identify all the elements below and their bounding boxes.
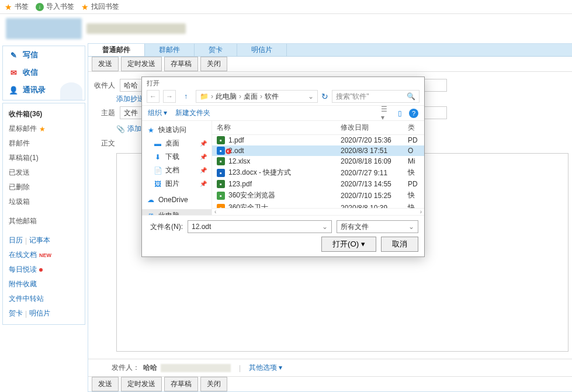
- tree-pictures[interactable]: 🖼图片📌: [142, 177, 212, 190]
- file-type-icon: ▪: [217, 192, 225, 200]
- star-folder[interactable]: 星标邮件★: [9, 122, 79, 136]
- body-label: 正文: [92, 138, 115, 148]
- file-row[interactable]: ▪2.odt2020/8/3 17:51O: [212, 145, 424, 156]
- red-dot-icon: [39, 268, 43, 272]
- tab-postcard[interactable]: 明信片: [237, 44, 287, 56]
- calendar-notepad[interactable]: 日历 | 记事本: [9, 233, 79, 248]
- chevron-down-icon: ⌄: [408, 223, 414, 231]
- receive-mail[interactable]: ✉收信: [3, 64, 85, 81]
- tab-group[interactable]: 群邮件: [145, 44, 195, 56]
- bookmark-item[interactable]: ★书签: [5, 2, 29, 12]
- tree-desktop[interactable]: ▬桌面📌: [142, 137, 212, 150]
- deleted-folder[interactable]: 已删除: [9, 180, 79, 195]
- close-button-bottom[interactable]: 关闭: [200, 377, 227, 391]
- tab-card[interactable]: 贺卡: [195, 44, 237, 56]
- nav-up[interactable]: ↑: [179, 90, 192, 103]
- help-icon[interactable]: ?: [409, 109, 418, 118]
- col-type[interactable]: 类: [408, 123, 420, 133]
- pin-icon: 📌: [200, 167, 207, 174]
- draft-button[interactable]: 存草稿: [164, 57, 198, 71]
- file-type-icon: ▪: [217, 147, 225, 155]
- tree-quick-access[interactable]: ★快速访问: [142, 123, 212, 137]
- col-date[interactable]: 修改日期: [341, 123, 408, 133]
- cancel-button[interactable]: 取消: [381, 237, 418, 252]
- tree-downloads[interactable]: ⬇下载📌: [142, 150, 212, 164]
- file-row[interactable]: ▪12.xlsx2020/8/18 16:09Mi: [212, 156, 424, 166]
- col-name[interactable]: 名称: [217, 123, 341, 133]
- sidebar: ✎写信 ✉收信 👤通讯录 收件箱(36) 星标邮件★ 群邮件 草稿箱(1) 已发…: [0, 43, 88, 392]
- logo-blurred: [6, 18, 82, 39]
- other-mailbox-header[interactable]: 其他邮箱: [9, 214, 79, 228]
- close-button[interactable]: 关闭: [200, 57, 227, 71]
- cursor-icon: [225, 148, 232, 155]
- compose-toolbar-bottom: 发送 定时发送 存草稿 关闭: [88, 376, 572, 391]
- search-input[interactable]: 搜索"软件"🔍: [332, 90, 420, 103]
- other-options-link[interactable]: 其他选项 ▾: [249, 363, 282, 373]
- download-icon: ⬇: [154, 153, 162, 161]
- file-row[interactable]: ▪1.pdf2020/7/20 15:36PD: [212, 135, 424, 145]
- file-type-icon: ▪: [217, 157, 225, 165]
- bookmark-recover[interactable]: ★找回书签: [81, 2, 119, 12]
- compose-toolbar: 发送 定时发送 存草稿 关闭: [88, 57, 572, 72]
- chevron-down-icon[interactable]: ⌄: [308, 92, 314, 100]
- file-row[interactable]: ▪123.pdf2020/7/13 14:55PD: [212, 179, 424, 189]
- sent-folder[interactable]: 已发送: [9, 165, 79, 180]
- new-folder[interactable]: 新建文件夹: [175, 108, 210, 118]
- draft-folder[interactable]: 草稿箱(1): [9, 151, 79, 165]
- inbox-header[interactable]: 收件箱(36): [9, 107, 79, 122]
- draft-button-bottom[interactable]: 存草稿: [164, 377, 198, 391]
- contacts-icon: 👤: [9, 85, 18, 95]
- daily-read[interactable]: 每日悦读: [9, 262, 79, 277]
- open-button[interactable]: 打开(O) ▾: [321, 237, 376, 252]
- file-row[interactable]: ▪360安全卫士2020/8/8 10:39快: [212, 202, 424, 208]
- write-mail[interactable]: ✎写信: [3, 46, 85, 64]
- sender-addr-blur: [161, 364, 231, 372]
- tree-thispc[interactable]: 🖥此电脑: [142, 209, 212, 215]
- chevron-down-icon[interactable]: ⌄: [322, 223, 328, 231]
- schedule-button-bottom[interactable]: 定时发送: [121, 377, 162, 391]
- pin-icon: 📌: [200, 154, 207, 160]
- file-type-icon: ▪: [217, 204, 225, 209]
- nav-back[interactable]: ←: [147, 90, 160, 103]
- title-blurred: [86, 23, 186, 34]
- file-list-header: 名称 修改日期 类: [212, 121, 424, 135]
- file-filter[interactable]: 所有文件⌄: [337, 220, 418, 233]
- group-folder[interactable]: 群邮件: [9, 136, 79, 151]
- file-relay[interactable]: 文件中转站: [9, 292, 79, 306]
- cloud-icon: ☁: [147, 196, 155, 204]
- pin-icon: 📌: [200, 140, 207, 147]
- tree-documents[interactable]: 📄文档📌: [142, 164, 212, 177]
- bookmark-bar: ★书签 ↓导入书签 ★找回书签: [0, 0, 572, 14]
- filename-input[interactable]: 12.odt⌄: [188, 220, 332, 233]
- send-button[interactable]: 发送: [92, 57, 119, 71]
- nav-forward[interactable]: →: [163, 90, 176, 103]
- send-button-bottom[interactable]: 发送: [92, 377, 119, 391]
- file-row[interactable]: ▪360安全浏览器2020/7/10 15:25快: [212, 189, 424, 202]
- breadcrumb[interactable]: 📁 › 此电脑 › 桌面 › 软件 ⌄: [196, 90, 318, 103]
- view-icon[interactable]: ☰ ▾: [381, 109, 390, 118]
- star-icon: ★: [5, 2, 12, 12]
- cards[interactable]: 贺卡 | 明信片: [9, 306, 79, 321]
- sender-name: 哈哈: [143, 363, 157, 373]
- clip-icon: 📎: [116, 125, 125, 133]
- schedule-button[interactable]: 定时发送: [121, 57, 162, 71]
- online-doc[interactable]: 在线文档NEW: [9, 248, 79, 262]
- compose-tabs: 普通邮件 群邮件 贺卡 明信片: [88, 44, 572, 57]
- h-scrollbar[interactable]: ‹›: [212, 208, 424, 215]
- file-type-icon: ▪: [217, 180, 225, 188]
- tab-normal[interactable]: 普通邮件: [88, 44, 145, 56]
- tree-onedrive[interactable]: ☁OneDrive: [142, 194, 212, 206]
- star-icon: ★: [147, 126, 155, 134]
- organize-menu[interactable]: 组织 ▾: [148, 108, 167, 118]
- bookmark-import[interactable]: ↓导入书签: [36, 2, 74, 12]
- spam-folder[interactable]: 垃圾箱: [9, 195, 79, 209]
- preview-icon[interactable]: ▯: [395, 109, 404, 118]
- attach-favorites[interactable]: 附件收藏: [9, 277, 79, 292]
- file-row[interactable]: ▪123.docx - 快捷方式2020/7/27 9:11快: [212, 166, 424, 179]
- desktop-icon: ▬: [154, 140, 162, 148]
- refresh-icon[interactable]: ↻: [321, 92, 328, 101]
- open-file-dialog: 打开 ← → ↑ 📁 › 此电脑 › 桌面 › 软件 ⌄ ↻ 搜索"软件"🔍 组…: [141, 77, 425, 257]
- inbox-icon: ✉: [9, 68, 18, 77]
- search-icon: 🔍: [407, 92, 415, 100]
- file-type-icon: ▪: [217, 169, 225, 177]
